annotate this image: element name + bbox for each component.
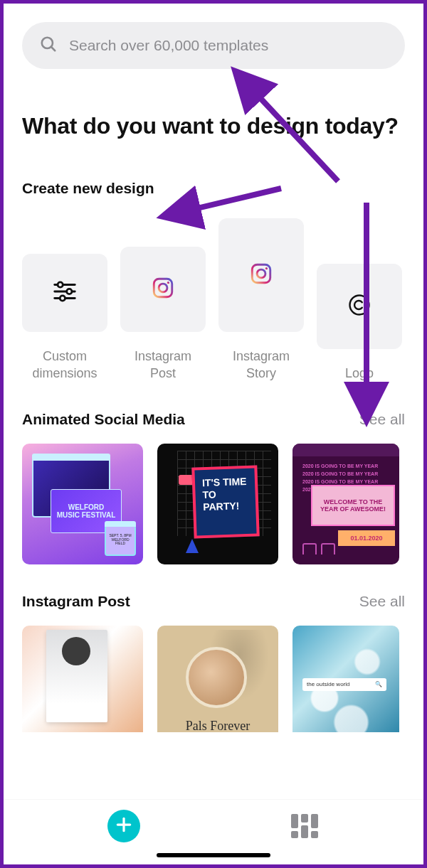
search-icon xyxy=(39,35,58,56)
create-new-row: Custom dimensions I xyxy=(22,218,405,382)
svg-point-5 xyxy=(67,289,72,294)
svg-point-3 xyxy=(58,282,63,287)
templates-tab[interactable] xyxy=(291,814,320,838)
sliders-icon xyxy=(51,278,78,308)
folder-icon xyxy=(302,543,317,554)
page-headline: What do you want to design today? xyxy=(22,112,405,140)
tile-logo xyxy=(317,264,402,349)
svg-rect-11 xyxy=(252,264,270,283)
template-thumb[interactable]: Pals Forever xyxy=(157,626,278,732)
tile-instagram-story xyxy=(218,218,304,332)
template-thumb[interactable]: IT'S TIME TO PARTY! xyxy=(157,444,278,564)
create-item-label: Custom dimensions xyxy=(22,348,107,382)
create-item-logo[interactable]: Logo xyxy=(317,264,402,382)
svg-rect-8 xyxy=(154,279,172,297)
app-frame: What do you want to design today? Create… xyxy=(0,0,427,868)
see-all-animated[interactable]: See all xyxy=(359,411,405,428)
create-item-instagram-post[interactable]: Instagram Post xyxy=(120,247,206,382)
svg-point-13 xyxy=(265,267,268,269)
search-icon: 🔍 xyxy=(375,681,382,687)
folder-icon xyxy=(321,543,335,554)
create-item-label: Logo xyxy=(345,365,374,382)
svg-line-1 xyxy=(51,47,55,50)
party-hat-icon xyxy=(186,539,199,553)
template-thumb[interactable]: 2020 IS GOING TO BE MY YEAR 2020 IS GOIN… xyxy=(292,444,399,564)
search-bar[interactable] xyxy=(22,22,405,69)
section-title-animated: Animated Social Media xyxy=(22,411,185,428)
section-title-igpost: Instagram Post xyxy=(22,593,130,610)
svg-point-10 xyxy=(167,282,169,284)
template-thumb[interactable]: WELFORDMUSIC FESTIVAL SEPT. 5, 8PM WELFO… xyxy=(22,444,143,564)
home-indicator xyxy=(157,853,270,857)
search-input[interactable] xyxy=(69,37,388,54)
igpost-thumb-row[interactable]: Pals Forever the outside world🔍 xyxy=(22,626,405,732)
create-item-instagram-story[interactable]: Instagram Story xyxy=(218,218,304,382)
see-all-igpost[interactable]: See all xyxy=(359,593,405,610)
tile-instagram-post xyxy=(120,247,206,332)
template-thumb[interactable] xyxy=(22,626,143,732)
animated-thumb-row[interactable]: WELFORDMUSIC FESTIVAL SEPT. 5, 8PM WELFO… xyxy=(22,444,405,564)
create-item-custom-dimensions[interactable]: Custom dimensions xyxy=(22,254,107,382)
svg-point-14 xyxy=(350,296,369,315)
copyright-icon xyxy=(347,292,372,321)
create-item-label: Instagram Story xyxy=(218,348,304,382)
instagram-icon xyxy=(249,262,273,289)
svg-point-12 xyxy=(257,269,265,278)
create-new-heading: Create new design xyxy=(22,180,405,197)
tile-custom-dimensions xyxy=(22,254,107,332)
instagram-icon xyxy=(151,276,175,303)
svg-point-9 xyxy=(159,284,167,292)
plus-icon xyxy=(115,815,133,837)
template-thumb[interactable]: the outside world🔍 xyxy=(292,626,399,732)
create-button[interactable] xyxy=(107,810,140,842)
create-item-label: Instagram Post xyxy=(120,348,206,382)
svg-point-7 xyxy=(60,296,65,301)
